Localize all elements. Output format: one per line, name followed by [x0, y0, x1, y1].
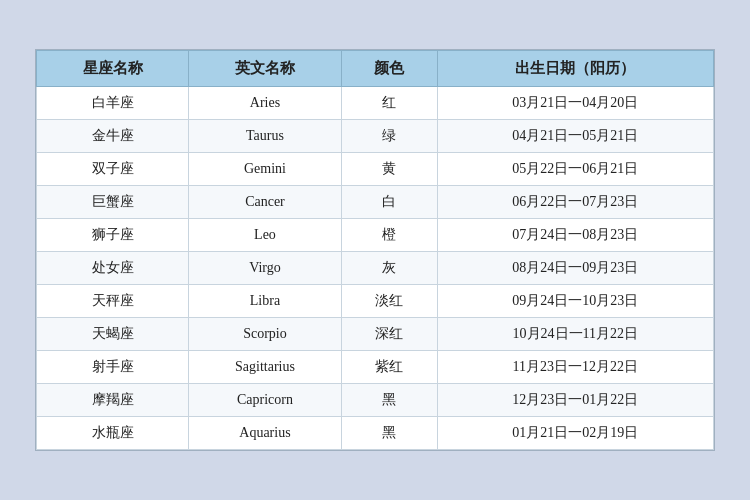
- cell-4-3: 07月24日一08月23日: [437, 219, 713, 252]
- table-row: 巨蟹座Cancer白06月22日一07月23日: [37, 186, 714, 219]
- cell-6-0: 天秤座: [37, 285, 189, 318]
- cell-5-0: 处女座: [37, 252, 189, 285]
- cell-8-2: 紫红: [341, 351, 437, 384]
- cell-0-3: 03月21日一04月20日: [437, 87, 713, 120]
- cell-2-0: 双子座: [37, 153, 189, 186]
- cell-6-3: 09月24日一10月23日: [437, 285, 713, 318]
- table-row: 金牛座Taurus绿04月21日一05月21日: [37, 120, 714, 153]
- cell-8-0: 射手座: [37, 351, 189, 384]
- zodiac-table: 星座名称英文名称颜色出生日期（阳历） 白羊座Aries红03月21日一04月20…: [36, 50, 714, 450]
- table-header-row: 星座名称英文名称颜色出生日期（阳历）: [37, 51, 714, 87]
- cell-8-3: 11月23日一12月22日: [437, 351, 713, 384]
- cell-5-2: 灰: [341, 252, 437, 285]
- header-col-3: 出生日期（阳历）: [437, 51, 713, 87]
- cell-4-0: 狮子座: [37, 219, 189, 252]
- cell-3-1: Cancer: [189, 186, 341, 219]
- cell-7-2: 深红: [341, 318, 437, 351]
- cell-9-2: 黑: [341, 384, 437, 417]
- table-row: 狮子座Leo橙07月24日一08月23日: [37, 219, 714, 252]
- cell-8-1: Sagittarius: [189, 351, 341, 384]
- cell-10-1: Aquarius: [189, 417, 341, 450]
- cell-2-2: 黄: [341, 153, 437, 186]
- cell-9-3: 12月23日一01月22日: [437, 384, 713, 417]
- cell-10-2: 黑: [341, 417, 437, 450]
- cell-7-0: 天蝎座: [37, 318, 189, 351]
- table-row: 天秤座Libra淡红09月24日一10月23日: [37, 285, 714, 318]
- table-body: 白羊座Aries红03月21日一04月20日金牛座Taurus绿04月21日一0…: [37, 87, 714, 450]
- cell-1-2: 绿: [341, 120, 437, 153]
- cell-9-0: 摩羯座: [37, 384, 189, 417]
- header-col-1: 英文名称: [189, 51, 341, 87]
- cell-3-3: 06月22日一07月23日: [437, 186, 713, 219]
- table-row: 水瓶座Aquarius黑01月21日一02月19日: [37, 417, 714, 450]
- cell-10-3: 01月21日一02月19日: [437, 417, 713, 450]
- cell-6-1: Libra: [189, 285, 341, 318]
- table-row: 射手座Sagittarius紫红11月23日一12月22日: [37, 351, 714, 384]
- cell-0-2: 红: [341, 87, 437, 120]
- cell-5-1: Virgo: [189, 252, 341, 285]
- table-row: 白羊座Aries红03月21日一04月20日: [37, 87, 714, 120]
- cell-2-1: Gemini: [189, 153, 341, 186]
- table-row: 天蝎座Scorpio深红10月24日一11月22日: [37, 318, 714, 351]
- cell-1-0: 金牛座: [37, 120, 189, 153]
- cell-0-1: Aries: [189, 87, 341, 120]
- cell-1-1: Taurus: [189, 120, 341, 153]
- cell-4-1: Leo: [189, 219, 341, 252]
- cell-7-1: Scorpio: [189, 318, 341, 351]
- table-row: 双子座Gemini黄05月22日一06月21日: [37, 153, 714, 186]
- zodiac-table-container: 星座名称英文名称颜色出生日期（阳历） 白羊座Aries红03月21日一04月20…: [35, 49, 715, 451]
- cell-2-3: 05月22日一06月21日: [437, 153, 713, 186]
- header-col-2: 颜色: [341, 51, 437, 87]
- cell-9-1: Capricorn: [189, 384, 341, 417]
- cell-0-0: 白羊座: [37, 87, 189, 120]
- cell-4-2: 橙: [341, 219, 437, 252]
- cell-3-0: 巨蟹座: [37, 186, 189, 219]
- cell-5-3: 08月24日一09月23日: [437, 252, 713, 285]
- cell-3-2: 白: [341, 186, 437, 219]
- table-row: 处女座Virgo灰08月24日一09月23日: [37, 252, 714, 285]
- cell-6-2: 淡红: [341, 285, 437, 318]
- cell-1-3: 04月21日一05月21日: [437, 120, 713, 153]
- table-row: 摩羯座Capricorn黑12月23日一01月22日: [37, 384, 714, 417]
- cell-7-3: 10月24日一11月22日: [437, 318, 713, 351]
- header-col-0: 星座名称: [37, 51, 189, 87]
- cell-10-0: 水瓶座: [37, 417, 189, 450]
